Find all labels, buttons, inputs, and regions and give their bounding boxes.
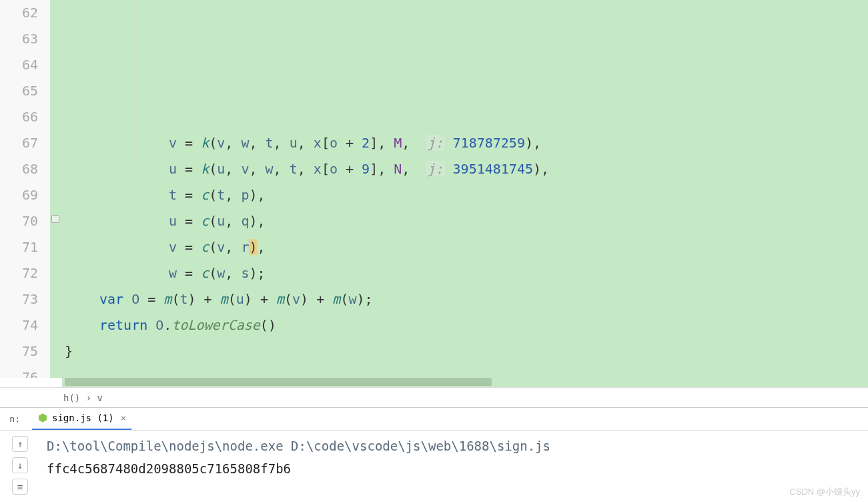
run-tab-bar: n: sign.js (1) ×: [0, 407, 868, 430]
line-number: 64: [0, 52, 38, 78]
run-label: n:: [0, 414, 20, 424]
code-line[interactable]: var O = m(t) + m(u) + m(v) + m(w);: [62, 286, 868, 312]
line-number: 65: [0, 78, 38, 104]
line-number: 71: [0, 234, 38, 260]
code-line[interactable]: return O.toLowerCase(): [62, 312, 868, 338]
code-line[interactable]: u = c(u, q),: [62, 208, 868, 234]
code-line[interactable]: [62, 364, 868, 378]
console-area: ↑ ↓ ≡ D:\tool\Compile\nodejs\node.exe D:…: [0, 430, 868, 502]
code-line[interactable]: }: [62, 338, 868, 364]
line-number: 68: [0, 156, 38, 182]
scroll-down-button[interactable]: ↓: [12, 457, 28, 473]
scroll-up-button[interactable]: ↑: [12, 436, 28, 452]
line-number: 63: [0, 26, 38, 52]
svg-marker-0: [39, 413, 47, 422]
line-number: 69: [0, 182, 38, 208]
code-line[interactable]: u = k(u, v, w, t, x[o + 9], N, j: 395148…: [62, 156, 868, 182]
console-output-line: ffc4c5687480d2098805c7165808f7b6: [47, 457, 861, 480]
close-icon[interactable]: ×: [121, 413, 126, 423]
run-tab-active[interactable]: sign.js (1) ×: [32, 408, 131, 431]
breadcrumb-text: h() › v: [63, 393, 103, 403]
soft-wrap-button[interactable]: ≡: [12, 479, 28, 495]
horizontal-scrollbar[interactable]: [62, 378, 868, 387]
console-command-line: D:\tool\Compile\nodejs\node.exe D:\code\…: [47, 435, 861, 457]
line-number: 73: [0, 286, 38, 312]
breadcrumb[interactable]: h() › v: [0, 387, 868, 407]
run-tab-label: sign.js (1): [52, 413, 114, 423]
console-output[interactable]: D:\tool\Compile\nodejs\node.exe D:\code\…: [40, 431, 868, 502]
line-number: 72: [0, 260, 38, 286]
code-line[interactable]: v = k(v, w, t, u, x[o + 2], M, j: 718787…: [62, 130, 868, 156]
line-number: 62: [0, 0, 38, 26]
fold-strip: [50, 0, 62, 378]
line-number: 66: [0, 104, 38, 130]
code-line[interactable]: w = c(w, s);: [62, 260, 868, 286]
line-number: 75: [0, 338, 38, 364]
line-number-gutter: 626364656667686970717273747576: [0, 0, 50, 378]
line-number: 74: [0, 312, 38, 338]
horizontal-scrollbar-thumb[interactable]: [65, 378, 492, 386]
fold-marker-icon[interactable]: [51, 215, 59, 223]
code-line[interactable]: t = c(t, p),: [62, 182, 868, 208]
nodejs-icon: [37, 413, 48, 423]
code-line[interactable]: v = c(v, r),: [62, 234, 868, 260]
editor-area: 626364656667686970717273747576 v = k(v, …: [0, 0, 868, 378]
line-number: 76: [0, 364, 38, 378]
console-controls: ↑ ↓ ≡: [0, 431, 40, 502]
code-body[interactable]: v = k(v, w, t, u, x[o + 2], M, j: 718787…: [62, 0, 868, 378]
line-number: 70: [0, 208, 38, 234]
watermark: CSDN @小馒头yy: [789, 486, 860, 498]
line-number: 67: [0, 130, 38, 156]
